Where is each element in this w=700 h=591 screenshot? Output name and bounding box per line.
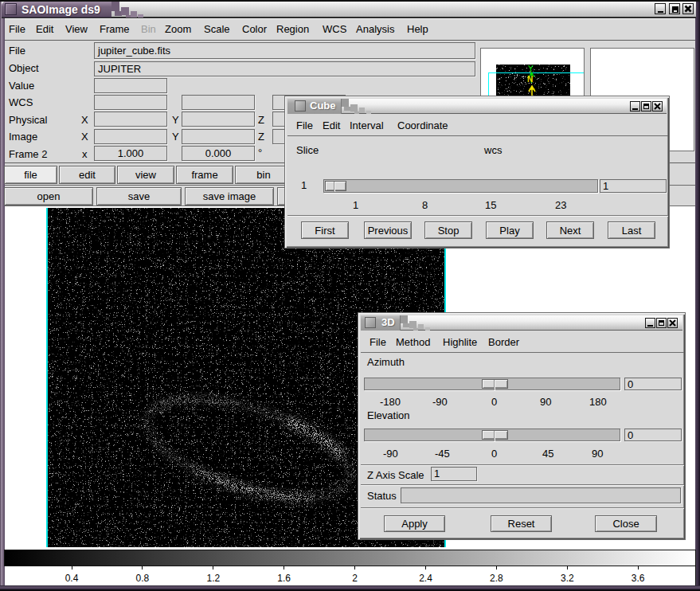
svg-text:N: N [527,75,533,84]
svg-text:Y: Y [528,65,534,73]
